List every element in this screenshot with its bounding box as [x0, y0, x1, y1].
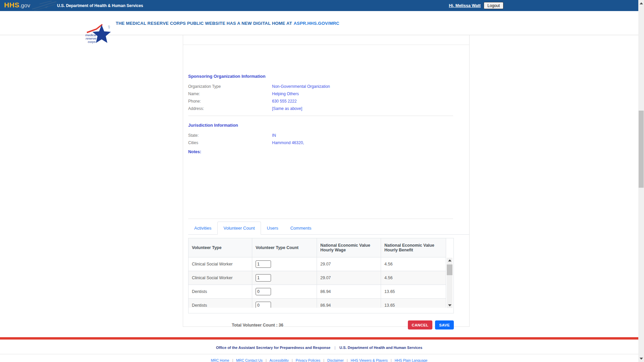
volunteer-count-cell	[252, 285, 317, 298]
table-scrollbar-thumb[interactable]	[447, 264, 452, 275]
mrc-banner: ⚕ medical reserve corps THE MEDICAL RESE…	[0, 11, 638, 35]
field-label: Cities	[188, 140, 272, 145]
footer-org-line: Office of the Assistant Secretary for Pr…	[0, 346, 638, 350]
field-row: Address: [Same as above]	[188, 105, 453, 112]
actions-row: Total Volunteer Count : 36 CANCEL SAVE	[188, 320, 454, 329]
table-scrollbar[interactable]	[447, 258, 452, 308]
hourly-benefit-cell: 4.56	[381, 271, 446, 285]
volunteer-count-input[interactable]	[256, 274, 271, 282]
mrc-logo-word-corps: corps	[88, 40, 96, 44]
footer-link[interactable]: MRC Home	[211, 358, 229, 362]
footer-link[interactable]: MRC Contact Us	[229, 358, 263, 362]
footer-link[interactable]: Disclaimer	[320, 358, 344, 362]
field-row: Name: Helping Others	[188, 90, 453, 98]
table-row: Dentists 86.94 13.65	[189, 285, 446, 299]
hourly-wage-cell: 29.07	[317, 271, 381, 285]
scroll-down-icon[interactable]	[447, 303, 452, 308]
footer-red-bar	[0, 337, 638, 340]
detail-tabs: Activities Volunteer Count Users Comment…	[188, 219, 469, 235]
tab[interactable]: Activities	[188, 222, 217, 235]
tab[interactable]: Users	[261, 222, 284, 235]
footer-link[interactable]: HHS Plain Language	[388, 358, 428, 362]
field-row: Cities Hammond 46320,	[188, 139, 453, 146]
sponsor-section-heading: Sponsoring Organization Information	[188, 74, 453, 79]
section-divider	[188, 116, 453, 116]
footer-link[interactable]: Privacy Policies	[289, 358, 320, 362]
tab-label: Users	[267, 226, 278, 231]
column-header: Volunteer Type Count	[252, 238, 317, 257]
volunteer-count-input[interactable]	[256, 260, 271, 268]
field-label: Address:	[188, 106, 272, 111]
table-header-row: Volunteer Type Volunteer Type Count Nati…	[189, 238, 446, 257]
logout-button[interactable]: Logout	[484, 2, 503, 9]
footer-link[interactable]: Accessibility	[263, 358, 289, 362]
unit-detail-card: Sponsoring Organization Information Orga…	[183, 35, 470, 327]
hhs-logo-text: HHS	[4, 1, 19, 9]
scroll-up-icon[interactable]	[447, 258, 452, 263]
department-title: U.S. Department of Health & Human Servic…	[57, 0, 143, 11]
tab[interactable]: Comments	[284, 222, 317, 235]
save-button[interactable]: SAVE	[435, 320, 454, 329]
banner-mrc-link[interactable]: ASPR.HHS.GOV/MRC	[294, 21, 339, 26]
hourly-benefit-cell: 13.65	[381, 299, 446, 308]
volunteer-count-cell	[252, 299, 317, 308]
hourly-wage-cell: 86.94	[317, 285, 381, 298]
field-row: Organization Type Non-Governmental Organ…	[188, 83, 453, 90]
field-value: [Same as above]	[272, 106, 302, 111]
field-label: Phone:	[188, 99, 272, 104]
cancel-button[interactable]: CANCEL	[408, 320, 433, 329]
notes-label: Notes:	[188, 149, 453, 154]
field-value: Helping Others	[272, 92, 299, 96]
field-label: Organization Type	[188, 84, 272, 89]
field-value: 630 555 2222	[272, 99, 297, 104]
footer-divider	[0, 354, 638, 354]
hourly-benefit-cell: 13.65	[381, 285, 446, 298]
volunteer-count-cell	[252, 257, 317, 271]
field-row: State: IN	[188, 132, 453, 139]
tab-label: Activities	[194, 226, 211, 231]
government-header-bar: HHS .gov U.S. Department of Health & Hum…	[0, 0, 638, 11]
footer-org-text: U.S. Department of Health and Human Serv…	[330, 346, 422, 350]
table-row: Clinical Social Worker 29.07 4.56	[189, 271, 446, 285]
volunteer-count-cell	[252, 271, 317, 285]
volunteer-type-cell: Dentists	[189, 299, 252, 308]
hourly-benefit-cell: 4.56	[381, 257, 446, 271]
total-volunteer-count: Total Volunteer Count : 36	[232, 323, 283, 327]
mrc-logo: ⚕ medical reserve corps	[85, 23, 113, 46]
volunteer-type-cell: Dentists	[189, 285, 252, 298]
sponsor-fields: Organization Type Non-Governmental Organ…	[188, 83, 453, 112]
hourly-wage-cell: 29.07	[317, 257, 381, 271]
volunteer-type-cell: Clinical Social Worker	[189, 271, 252, 285]
footer-org-text: Office of the Assistant Secretary for Pr…	[216, 346, 330, 350]
page-scroll-up-icon[interactable]	[638, 1, 644, 6]
column-header: National Economic Value Hourly Wage	[317, 238, 381, 257]
volunteer-count-table: Volunteer Type Volunteer Type Count Nati…	[188, 238, 454, 313]
page-scroll-down-icon[interactable]	[638, 356, 644, 361]
page-scrollbar-thumb[interactable]	[639, 111, 644, 188]
jurisdiction-fields: State: IN Cities Hammond 46320,	[188, 132, 453, 146]
banner-message: THE MEDICAL RESERVE CORPS PUBLIC WEBSITE…	[116, 21, 292, 26]
footer-link[interactable]: HHS Viewers & Players	[344, 358, 388, 362]
table-row: Dentists 86.94 13.65	[189, 299, 446, 308]
hourly-wage-cell: 86.94	[317, 299, 381, 308]
svg-text:⚕: ⚕	[108, 24, 110, 30]
table-row: Clinical Social Worker 29.07 4.56	[189, 257, 446, 271]
field-value: IN	[272, 133, 276, 138]
volunteer-count-input[interactable]	[256, 302, 271, 308]
footer-links: MRC HomeMRC Contact UsAccessibilityPriva…	[0, 358, 638, 362]
column-header: National Economic Value Hourly Benefit	[381, 238, 446, 257]
user-greeting-link[interactable]: Hi, Melissa Watt	[449, 0, 481, 11]
field-value: Hammond 46320,	[272, 140, 304, 145]
field-label: Name:	[188, 92, 272, 96]
tab[interactable]: Volunteer Count	[217, 222, 261, 235]
field-row: Phone: 630 555 2222	[188, 98, 453, 105]
hhs-eagle-icon	[31, 0, 58, 12]
page-scrollbar[interactable]	[638, 0, 644, 362]
jurisdiction-section-heading: Jurisdiction Information	[188, 123, 453, 128]
field-label: State:	[188, 133, 272, 138]
volunteer-count-input[interactable]	[256, 288, 271, 295]
hhs-gov-logo[interactable]: HHS .gov	[4, 1, 30, 9]
table-body: Clinical Social Worker 29.07 4.56 Clinic…	[189, 257, 446, 308]
tab-label: Volunteer Count	[223, 226, 255, 231]
gov-logo-text: .gov	[19, 2, 30, 9]
